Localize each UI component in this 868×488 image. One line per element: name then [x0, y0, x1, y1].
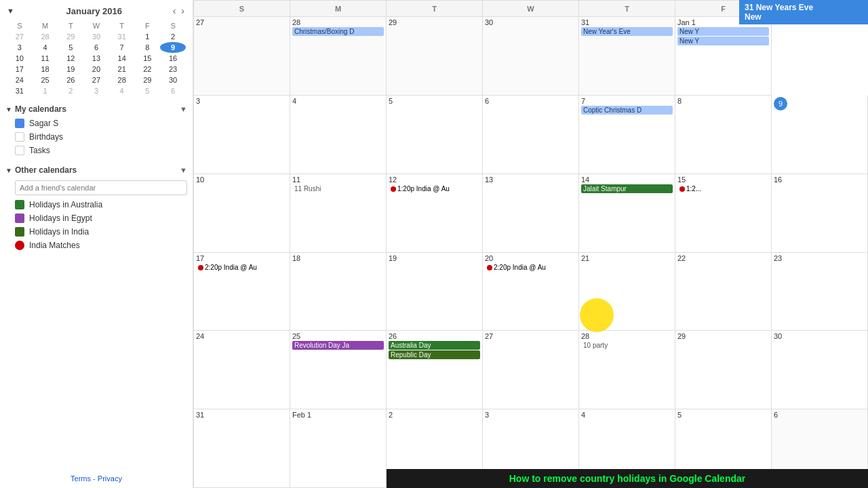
mini-cal-day[interactable]: 4	[109, 85, 135, 96]
other-calendars-dropdown[interactable]: ▼	[180, 166, 187, 174]
mini-cal-day[interactable]: 31	[7, 85, 33, 96]
calendar-day-cell[interactable]: 172:20p India @ Au	[194, 253, 290, 331]
calendar-event[interactable]: Revolution Day Ja	[292, 341, 384, 350]
expand-arrow[interactable]: ▼	[7, 7, 14, 15]
calendar-day-cell[interactable]: Feb 1	[290, 409, 387, 488]
calendar-day-cell[interactable]: 30	[483, 17, 579, 96]
calendar-event[interactable]: New Y	[677, 27, 769, 36]
mini-cal-day[interactable]: 15	[135, 53, 161, 64]
calendar-day-cell[interactable]: 21	[579, 253, 675, 331]
calendar-event[interactable]: Christmas/Boxing D	[292, 27, 384, 36]
calendar-event[interactable]: 10 party	[581, 341, 673, 350]
mini-cal-day[interactable]: 14	[109, 53, 135, 64]
calendar-event[interactable]: 1:20p India @ Au	[389, 184, 480, 193]
other-calendar-item[interactable]: Holidays in Egypt	[0, 211, 193, 225]
mini-cal-day[interactable]: 21	[109, 64, 135, 75]
mini-cal-day[interactable]: 16	[160, 53, 186, 64]
mini-cal-day[interactable]: 31	[109, 31, 135, 42]
mini-cal-day[interactable]: 10	[7, 53, 33, 64]
calendar-day-cell[interactable]: 7Coptic Christmas D	[579, 96, 675, 174]
add-friend-input[interactable]	[15, 180, 187, 195]
calendar-day-cell[interactable]: 202:20p India @ Au	[483, 253, 579, 331]
calendar-day-cell[interactable]: 14Jalait Stampur	[579, 174, 675, 253]
mini-cal-day[interactable]: 3	[7, 42, 33, 53]
calendar-event[interactable]: Jalait Stampur	[581, 184, 673, 193]
calendar-day-cell[interactable]: 25Revolution Day Ja	[290, 331, 387, 409]
mini-cal-day[interactable]: 4	[33, 42, 58, 53]
mini-cal-day[interactable]: 2	[58, 85, 83, 96]
calendar-day-cell[interactable]: 4	[290, 96, 387, 174]
calendar-day-cell[interactable]: 23	[772, 253, 868, 331]
mini-cal-day[interactable]: 6	[160, 85, 186, 96]
mini-cal-day[interactable]: 23	[160, 64, 186, 75]
calendar-event[interactable]: 11 Rushi	[292, 184, 384, 193]
mini-cal-day[interactable]: 7	[109, 42, 135, 53]
mini-cal-day[interactable]: 27	[83, 75, 109, 85]
mini-cal-day[interactable]: 3	[83, 85, 109, 96]
calendar-event[interactable]: Coptic Christmas D	[581, 106, 673, 115]
calendar-day-cell[interactable]: 16	[772, 174, 868, 253]
other-calendar-item[interactable]: Holidays in Australia	[0, 198, 193, 211]
terms-link[interactable]: Terms	[71, 474, 91, 483]
calendar-day-cell[interactable]: 10	[194, 174, 290, 253]
calendar-day-cell[interactable]: 5	[387, 96, 483, 174]
my-calendars-dropdown[interactable]: ▼	[180, 105, 187, 113]
calendar-day-cell[interactable]: 121:20p India @ Au	[387, 174, 483, 253]
mini-cal-day[interactable]: 8	[135, 42, 161, 53]
calendar-day-cell[interactable]: 13	[483, 174, 579, 253]
mini-cal-day[interactable]: 22	[135, 64, 161, 75]
calendar-day-cell[interactable]: 6	[483, 96, 579, 174]
mini-cal-day[interactable]: 30	[160, 75, 186, 85]
mini-cal-day[interactable]: 19	[58, 64, 83, 75]
mini-cal-day[interactable]: 25	[33, 75, 58, 85]
calendar-event[interactable]: 2:20p India @ Au	[485, 263, 576, 272]
calendar-day-cell[interactable]: Jan 1New YNew Y	[675, 17, 772, 96]
mini-cal-day[interactable]: 13	[83, 53, 109, 64]
mini-cal-day[interactable]: 17	[7, 64, 33, 75]
calendar-day-cell[interactable]: 1111 Rushi	[290, 174, 387, 253]
prev-month-button[interactable]: ‹	[172, 5, 178, 16]
mini-cal-day[interactable]: 1	[33, 85, 58, 96]
mini-cal-day[interactable]: 5	[135, 85, 161, 96]
mini-cal-day[interactable]: 28	[109, 75, 135, 85]
mini-cal-day[interactable]: 18	[33, 64, 58, 75]
calendar-day-cell[interactable]: 29	[675, 331, 772, 409]
other-calendar-item[interactable]: India Matches	[0, 239, 193, 252]
calendar-day-cell[interactable]: 31New Year's Eve	[579, 17, 675, 96]
mini-cal-day[interactable]: 12	[58, 53, 83, 64]
mini-cal-day[interactable]: 24	[7, 75, 33, 85]
calendar-day-cell[interactable]: 19	[387, 253, 483, 331]
mini-cal-day[interactable]: 29	[135, 75, 161, 85]
calendar-day-cell[interactable]: 31	[194, 409, 290, 488]
calendar-day-cell[interactable]: 8	[675, 96, 772, 174]
mini-cal-day[interactable]: 5	[58, 42, 83, 53]
next-month-button[interactable]: ›	[180, 5, 186, 16]
calendar-event[interactable]: 2:20p India @ Au	[196, 263, 288, 272]
calendar-event[interactable]: New Y	[677, 37, 769, 45]
privacy-link[interactable]: Privacy	[98, 474, 122, 483]
other-calendar-item[interactable]: Holidays in India	[0, 225, 193, 239]
calendar-day-cell[interactable]: 3	[194, 96, 290, 174]
calendar-day-cell[interactable]: 26Australia DayRepublic Day	[387, 331, 483, 409]
my-calendar-item[interactable]: Tasks	[0, 144, 193, 157]
mini-cal-day[interactable]: 30	[83, 31, 109, 42]
calendar-event[interactable]: 1:2...	[677, 184, 769, 193]
calendar-day-cell[interactable]: 27	[483, 331, 579, 409]
calendar-day-cell[interactable]: 24	[194, 331, 290, 409]
calendar-event[interactable]: New Year's Eve	[581, 27, 673, 36]
calendar-day-cell[interactable]: 2810 party	[579, 331, 675, 409]
calendar-day-cell[interactable]: 27	[194, 17, 290, 96]
my-calendar-item[interactable]: Birthdays	[0, 130, 193, 144]
calendar-day-cell[interactable]: 151:2...	[675, 174, 772, 253]
mini-cal-day[interactable]: 20	[83, 64, 109, 75]
calendar-day-cell[interactable]: 22	[675, 253, 772, 331]
calendar-day-cell[interactable]: 30	[772, 331, 868, 409]
calendar-day-cell[interactable]: 9	[772, 96, 868, 174]
other-calendars-section[interactable]: ▼ Other calendars ▼	[0, 161, 193, 178]
mini-cal-day[interactable]: 6	[83, 42, 109, 53]
calendar-event[interactable]: Australia Day	[389, 341, 480, 350]
calendar-day-cell[interactable]: 29	[387, 17, 483, 96]
mini-cal-day[interactable]: 1	[135, 31, 161, 42]
mini-cal-day[interactable]: 2	[160, 31, 186, 42]
calendar-day-cell[interactable]: 28Christmas/Boxing D	[290, 17, 387, 96]
